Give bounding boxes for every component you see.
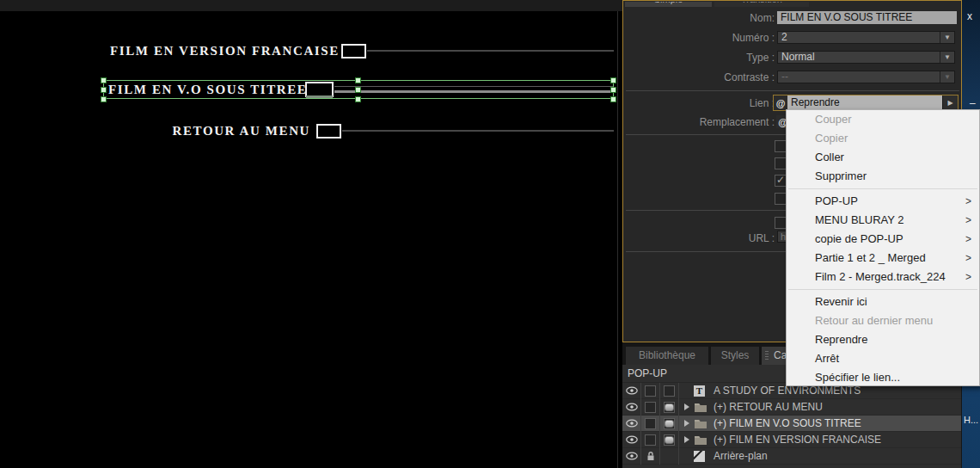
tab-transition[interactable]: Transition [714, 2, 809, 7]
selection-handle[interactable] [610, 77, 616, 83]
pickwhip-icon[interactable]: @ [774, 95, 787, 110]
folder-icon [694, 434, 707, 445]
desktop-text-fragment: – [970, 97, 976, 109]
layer-row-arriere-plan[interactable]: Arrière-plan [622, 448, 961, 465]
submenu-arrow-icon: > [965, 230, 971, 249]
tab-transition-label: Transition [714, 2, 809, 4]
type-value: Normal [778, 52, 940, 63]
menu-item[interactable]: copie de POP-UP> [787, 230, 979, 249]
selection-handle[interactable] [101, 96, 107, 102]
layer-checkbox[interactable] [641, 399, 660, 416]
dropdown-arrow-icon[interactable]: ▼ [940, 52, 954, 63]
layer-row-retour[interactable]: (+) RETOUR AU MENU [622, 399, 961, 416]
property-checkbox-3[interactable]: ✓ [775, 175, 787, 187]
visibility-toggle[interactable] [622, 432, 641, 448]
menu-editor-canvas[interactable]: FILM EN VERSION FRANCAISE FILM EN V.O SO… [0, 0, 622, 468]
tab-bibliotheque[interactable]: Bibliothèque [626, 347, 708, 365]
layer-checkbox[interactable] [641, 432, 660, 448]
menu-separator [788, 188, 977, 189]
menu-button-retour[interactable]: RETOUR AU MENU [155, 123, 310, 139]
type-dropdown[interactable]: Normal ▼ [777, 51, 955, 64]
menu-item[interactable]: MENU BLURAY 2> [787, 211, 979, 230]
submenu-arrow-icon: > [965, 192, 971, 211]
desktop-text-fragment: H... [964, 415, 978, 425]
menu-button-line [367, 50, 614, 52]
menu-item[interactable]: Film 2 - Merged.track_224> [787, 268, 979, 286]
tab-simple-label: Simple [625, 2, 712, 4]
app-window: FILM EN VERSION FRANCAISE FILM EN V.O SO… [0, 0, 980, 468]
canvas-top-strip [0, 0, 622, 11]
tab-styles[interactable]: Styles [711, 347, 759, 365]
selection-handle[interactable] [355, 77, 361, 83]
dropdown-arrow-icon[interactable]: ▼ [940, 32, 954, 43]
property-checkbox-2[interactable] [775, 157, 787, 169]
context-menu: CouperCopierCollerSupprimerPOP-UP>MENU B… [786, 109, 980, 386]
divider [626, 90, 959, 91]
numero-label: Numéro : [625, 32, 775, 45]
lien-menu-button[interactable]: ▶ [942, 95, 958, 110]
menu-item[interactable]: Couper [787, 110, 979, 129]
button-state-toggle[interactable] [660, 432, 679, 448]
layer-label[interactable]: Arrière-plan [711, 450, 768, 462]
desktop-text-fragment: x [967, 10, 972, 22]
lien-label: Lien : [625, 97, 775, 110]
tab-simple[interactable]: Simple [625, 2, 712, 7]
text-layer-icon: T [694, 385, 705, 397]
property-checkbox-1[interactable] [775, 140, 787, 152]
contraste-value: -- [778, 71, 940, 83]
layer-label[interactable]: (+) FILM EN V.O SOUS TITREE [711, 417, 861, 429]
selection-handle[interactable] [355, 87, 361, 93]
menu-button-line [342, 130, 614, 132]
selection-handle[interactable] [355, 96, 361, 102]
lock-icon [646, 451, 655, 461]
expander[interactable] [679, 436, 694, 443]
selection-handle[interactable] [101, 87, 107, 93]
submenu-arrow-icon: > [965, 268, 971, 286]
selection-handle[interactable] [610, 96, 616, 102]
submenu-arrow-icon: > [965, 211, 971, 230]
menu-item[interactable]: POP-UP> [787, 192, 979, 211]
lien-field[interactable]: Reprendre [787, 95, 942, 110]
expander[interactable] [679, 403, 694, 410]
menu-item[interactable]: Partie 1 et 2 _ Merged> [787, 249, 979, 268]
visibility-toggle[interactable] [622, 448, 641, 465]
eye-icon [626, 386, 638, 395]
layer-checkbox[interactable] [641, 416, 660, 432]
menu-item[interactable]: Supprimer [787, 167, 979, 186]
url-label: URL : [625, 232, 775, 245]
selection-handle[interactable] [101, 77, 107, 83]
panel-gripper-icon[interactable] [765, 351, 769, 361]
layer-checkbox[interactable] [641, 383, 660, 399]
lock-toggle[interactable] [641, 448, 660, 465]
nom-field[interactable]: FILM EN V.O SOUS TITREE [777, 11, 957, 24]
property-checkbox-5[interactable] [775, 217, 787, 229]
folder-icon [694, 402, 707, 412]
menu-button-checkbox-shape [316, 124, 341, 139]
nom-label: Nom: [625, 12, 775, 25]
numero-dropdown[interactable]: 2 ▼ [777, 31, 955, 44]
selection-handle[interactable] [610, 87, 616, 93]
layer-row-film-vo[interactable]: (+) FILM EN V.O SOUS TITREE [622, 416, 961, 432]
contraste-dropdown: -- ▼ [777, 71, 955, 83]
menu-item[interactable]: Revenir ici [787, 292, 979, 311]
property-checkbox-4[interactable] [775, 193, 787, 205]
menu-button-film-vf[interactable]: FILM EN VERSION FRANCAISE [110, 43, 335, 58]
expander[interactable] [679, 420, 694, 427]
visibility-toggle[interactable] [622, 383, 641, 399]
layer-row-film-vf[interactable]: (+) FILM EN VERSION FRANCAISE [622, 432, 961, 448]
visibility-toggle[interactable] [622, 399, 641, 416]
menu-item[interactable]: Spécifier le lien... [787, 368, 979, 387]
layer-label[interactable]: (+) RETOUR AU MENU [711, 401, 823, 413]
menu-item[interactable]: Reprendre [787, 330, 979, 349]
menu-item[interactable]: Coller [787, 148, 979, 167]
visibility-toggle[interactable] [622, 416, 641, 432]
layer-checkbox[interactable] [660, 383, 679, 399]
button-state-toggle[interactable] [660, 416, 679, 432]
layer-label[interactable]: (+) FILM EN VERSION FRANCAISE [711, 434, 881, 446]
submenu-arrow-icon: > [965, 249, 971, 268]
button-state-toggle[interactable] [660, 399, 679, 416]
menu-item[interactable]: Copier [787, 129, 979, 148]
menu-item[interactable]: Arrêt [787, 349, 979, 368]
menu-item[interactable]: Retour au dernier menu [787, 311, 979, 330]
expander-triangle-icon [684, 436, 689, 443]
